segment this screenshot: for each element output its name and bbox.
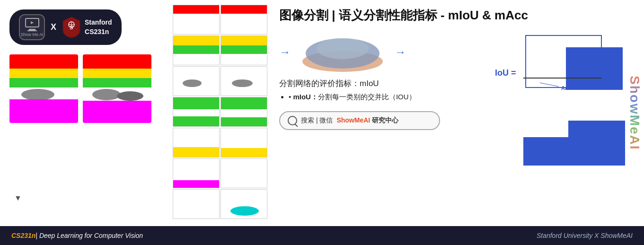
footer-right: Stanford University X ShowMeAI (537, 232, 633, 239)
grid-cell-7-2 (221, 189, 267, 219)
iou-svg: IoU = Area of Overlap Area of Union (493, 31, 635, 114)
svg-text:Area of Union: Area of Union (561, 85, 595, 91)
bullet1-label: mIoU： (293, 93, 318, 101)
arrow-right-icon: → (279, 45, 291, 59)
right-area: 图像分割 | 语义分割性能指标 - mIoU & mAcc → (270, 0, 644, 226)
stanford-shield-icon: S (62, 16, 81, 39)
svg-rect-41 (221, 159, 267, 188)
cell-svg-3-2 (221, 67, 267, 96)
svg-rect-5 (9, 69, 78, 78)
seg-image-2 (83, 54, 151, 123)
grid-row-4 (173, 97, 267, 127)
cell-svg-7-1 (173, 190, 220, 219)
svg-rect-11 (83, 78, 151, 88)
cell-svg-4-1 (173, 97, 220, 127)
bullet1-text: 分割每一类别的交并比（IOU） (318, 93, 416, 101)
seg-svg-1 (9, 54, 78, 123)
main-content: Show Me AI X S Stanford CS231n (0, 0, 644, 226)
grid-cell-6-1 (173, 158, 220, 188)
footer-left: CS231n| Deep Learning for Computer Visio… (11, 232, 143, 239)
showmeai-icon: Show Me AI (19, 14, 45, 40)
svg-point-44 (230, 206, 259, 216)
metric-title: 分割网络的评价指标：mIoU (279, 78, 445, 89)
segmentation-images (9, 54, 151, 123)
seg-svg-2 (83, 54, 151, 123)
svg-rect-4 (9, 54, 78, 69)
cell-svg-2-2 (221, 36, 267, 65)
svg-point-13 (117, 91, 143, 101)
svg-rect-6 (9, 78, 78, 88)
showmeai-small-label: Show Me AI (20, 32, 43, 37)
cell-svg-2-1 (173, 36, 220, 65)
staircase-diagram (521, 118, 635, 168)
grid-cell-2-2 (221, 35, 267, 65)
svg-point-7 (21, 89, 54, 100)
svg-rect-38 (221, 148, 267, 158)
cell-svg-1-2 (221, 5, 267, 35)
svg-rect-29 (173, 97, 220, 109)
search-brand: ShowMeAI 研究中心 (336, 116, 398, 125)
grid-row-2 (173, 35, 267, 65)
screen-icon (25, 18, 39, 27)
svg-rect-19 (173, 36, 220, 45)
right-section: IoU = Area of Overlap Area of Union (455, 31, 635, 168)
content-row: → → 分割网络的评价指标：mIoU • (279, 31, 635, 168)
svg-rect-9 (83, 54, 151, 69)
grid-row-1 (173, 5, 267, 35)
grid-row-5 (173, 128, 267, 158)
footer-subtitle: | Deep Learning for Computer Vision (35, 232, 143, 239)
search-text: 搜索 | 微信 (301, 116, 333, 125)
watermark-text: ShowMeAI (627, 76, 642, 150)
svg-text:Area of Overlap: Area of Overlap (572, 51, 611, 56)
grid-cell-4-1 (173, 97, 220, 127)
svg-rect-57 (568, 121, 625, 166)
svg-rect-14 (83, 101, 151, 123)
svg-rect-8 (9, 99, 78, 123)
svg-rect-21 (173, 54, 220, 65)
stanford-text: Stanford CS231n (85, 18, 112, 36)
svg-rect-40 (173, 180, 220, 188)
svg-text:IoU =: IoU = (495, 68, 516, 78)
car-section: → → (279, 31, 445, 73)
left-section: → → 分割网络的评价指标：mIoU • (279, 31, 445, 130)
svg-rect-10 (83, 69, 151, 78)
svg-rect-42 (173, 190, 220, 219)
x-separator: X (51, 22, 56, 32)
seg-image-1 (9, 54, 78, 123)
cell-svg-7-2 (221, 190, 267, 219)
svg-rect-15 (173, 5, 220, 14)
bullet-item-1: • mIoU：分割每一类别的交并比（IOU） (289, 93, 445, 102)
svg-line-55 (540, 83, 559, 87)
base (27, 30, 37, 31)
svg-rect-34 (221, 117, 267, 127)
grid-row-3 (173, 66, 267, 96)
arrow-right-icon-2: → (395, 45, 406, 59)
stanford-logo: S Stanford CS231n (62, 16, 112, 39)
main-title: 图像分割 | 语义分割性能指标 - mIoU & mAcc (279, 7, 635, 24)
svg-point-26 (183, 79, 202, 87)
cell-svg-5-2 (221, 128, 267, 158)
svg-rect-22 (221, 36, 267, 45)
svg-rect-32 (221, 97, 267, 109)
svg-point-28 (232, 79, 253, 87)
grid-cell-5-1 (173, 128, 220, 158)
svg-rect-17 (221, 5, 267, 14)
brand-colored: ShowMeAI (336, 116, 370, 124)
search-bar[interactable]: 搜索 | 微信 ShowMeAI 研究中心 (279, 111, 440, 130)
grid-cell-4-2 (221, 97, 267, 127)
grid-cell-5-2 (221, 128, 267, 158)
svg-rect-24 (221, 54, 267, 65)
logo-badge: Show Me AI X S Stanford CS231n (9, 9, 122, 45)
grid-cell-2-1 (173, 35, 220, 65)
cell-svg-6-2 (221, 159, 267, 188)
svg-rect-23 (221, 45, 267, 54)
svg-rect-16 (173, 14, 220, 35)
staircase-svg (521, 118, 635, 168)
grid-cell-1-1 (173, 5, 220, 35)
middle-grid (170, 0, 270, 226)
svg-point-47 (317, 38, 369, 59)
cell-svg-4-2 (221, 97, 267, 127)
grid-cell-6-2 (221, 158, 267, 188)
svg-rect-20 (173, 45, 220, 54)
footer-right-text: Stanford University X ShowMeAI (537, 232, 633, 239)
